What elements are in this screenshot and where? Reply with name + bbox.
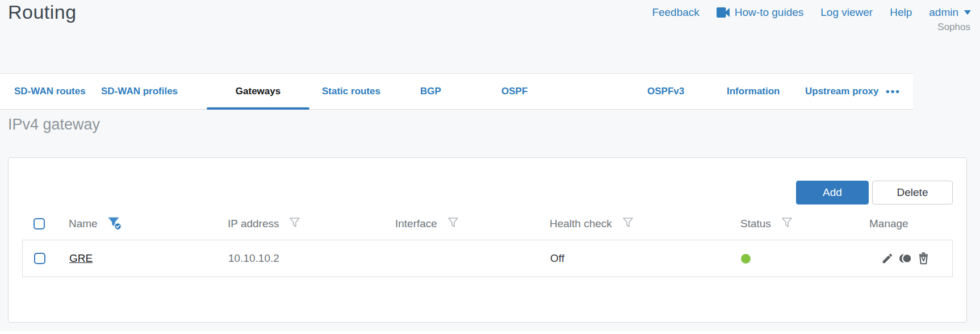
column-header-status: Status [729,217,858,231]
row-checkbox[interactable] [34,253,45,264]
feedback-link[interactable]: Feedback [652,6,699,19]
add-button[interactable]: Add [796,181,869,204]
select-all-cell [22,218,57,229]
tab-information[interactable]: Information [727,74,780,109]
howto-guides-link[interactable]: How-to guides [717,6,803,19]
tab-sdwan-profiles[interactable]: SD-WAN profiles [101,74,178,109]
filter-icon[interactable] [289,217,300,231]
gateway-table: Name IP address Interface [22,208,953,277]
column-header-ip: IP address [216,217,384,231]
manage-column-label: Manage [869,218,908,230]
edit-icon[interactable] [881,252,894,265]
clone-icon[interactable] [899,252,912,265]
name-column-label: Name [69,218,98,230]
tab-sdwan-routes[interactable]: SD-WAN routes [14,74,86,109]
table-row: GRE 10.10.10.2 Off [23,240,952,277]
select-all-checkbox[interactable] [33,218,45,229]
page-bottom-strip [0,331,980,334]
tab-bgp[interactable]: BGP [420,74,441,109]
brand-label: Sophos [937,22,970,33]
toolbar: Add Delete [796,181,953,204]
column-header-manage: Manage [858,218,953,230]
video-camera-icon [717,7,730,18]
ip-cell: 10.10.10.2 [217,252,384,265]
health-check-column-label: Health check [550,218,612,230]
top-nav: Feedback How-to guides Log viewer Help a… [652,6,971,19]
status-column-label: Status [740,218,771,230]
filter-active-icon[interactable] [108,217,123,231]
delete-icon[interactable] [918,252,929,265]
user-menu[interactable]: admin [929,6,971,19]
tab-static-routes[interactable]: Static routes [322,74,380,109]
tab-more-icon[interactable]: ••• [886,74,901,109]
tab-upstream-proxy[interactable]: Upstream proxy [805,74,878,109]
table-body: GRE 10.10.10.2 Off [22,240,953,277]
filter-icon[interactable] [781,217,793,231]
delete-button[interactable]: Delete [872,181,953,204]
log-viewer-label: Log viewer [820,6,873,19]
filter-icon[interactable] [447,217,459,231]
manage-cell [858,252,952,265]
name-cell: GRE [58,252,217,265]
tab-gateways[interactable]: Gateways [207,74,309,109]
ip-column-label: IP address [228,218,279,230]
log-viewer-link[interactable]: Log viewer [820,6,873,19]
filter-icon[interactable] [622,217,634,231]
user-name-label: admin [929,6,958,19]
interface-column-label: Interface [395,218,437,230]
howto-guides-label: How-to guides [735,6,803,19]
feedback-label: Feedback [652,6,699,19]
page-title: Routing [8,1,77,23]
tab-ospf[interactable]: OSPF [501,74,527,109]
ipv4-gateway-card: Add Delete Name IP address [8,157,967,323]
column-header-interface: Interface [384,217,538,231]
status-cell [730,254,858,264]
chevron-down-icon [964,10,971,15]
section-heading: IPv4 gateway [8,116,100,133]
gateway-name-link[interactable]: GRE [69,252,93,265]
tab-ospfv3[interactable]: OSPFv3 [647,74,684,109]
help-link[interactable]: Help [890,6,912,19]
status-up-indicator [741,254,751,264]
help-label: Help [890,6,912,19]
column-header-health-check: Health check [538,217,729,231]
tab-bar: SD-WAN routes SD-WAN profiles Gateways S… [0,73,913,110]
health-check-cell: Off [539,252,730,265]
column-header-name: Name [57,217,216,231]
table-header-row: Name IP address Interface [22,208,953,240]
row-select-cell [23,253,58,264]
